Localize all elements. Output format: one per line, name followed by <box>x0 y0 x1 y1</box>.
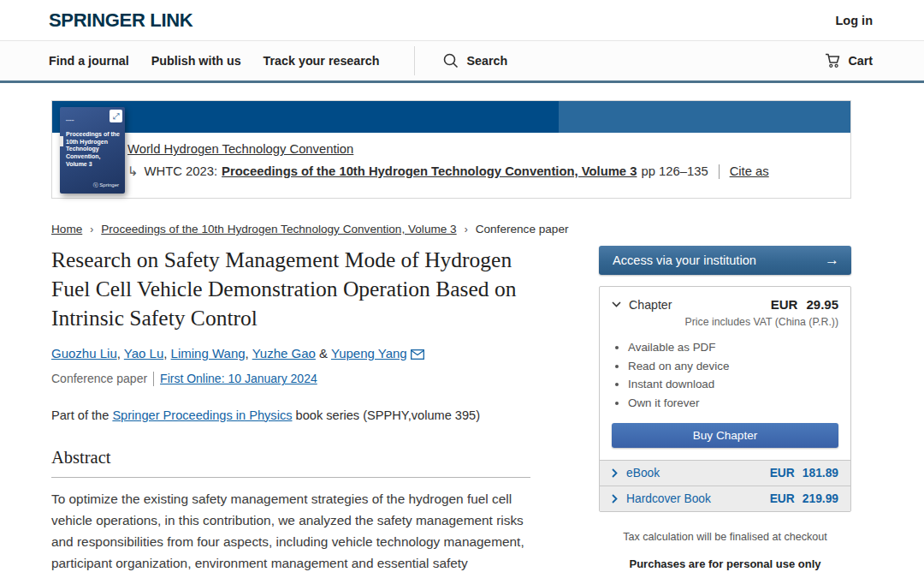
author-link[interactable]: Yao Lu <box>124 346 163 360</box>
cart-button[interactable]: Cart <box>825 53 873 69</box>
page-range: pp 126–135 <box>641 164 708 178</box>
nav-publish-with-us[interactable]: Publish with us <box>151 54 241 68</box>
chapter-price: EUR29.95 <box>771 297 838 312</box>
abstract-text: To optimize the existing safety manageme… <box>51 489 548 572</box>
chapter-label: Chapter <box>629 298 672 312</box>
tax-note: Tax calculation will be finalised at che… <box>599 531 851 543</box>
search-icon <box>442 52 459 69</box>
abstract-heading: Abstract <box>51 448 530 468</box>
hardcover-label: Hardcover Book <box>626 492 711 505</box>
buy-chapter-button[interactable]: Buy Chapter <box>612 423 838 448</box>
cover-publisher: Ⓥ Springer <box>93 182 119 189</box>
author-link[interactable]: Yuzhe Gao <box>252 346 316 360</box>
branch-arrow-icon: ↳ <box>127 164 139 179</box>
purchase-sidebar: Access via your institution → Chapter EU… <box>599 246 851 572</box>
hardcover-accordion-row[interactable]: Hardcover Book EUR219.99 <box>600 486 850 511</box>
breadcrumb-separator: › <box>90 223 93 235</box>
author-link[interactable]: Liming Wang <box>171 346 246 360</box>
chapter-feature: Own it forever <box>628 394 838 413</box>
cart-icon <box>825 53 841 69</box>
main-nav: Find a journal Publish with us Track you… <box>0 41 924 83</box>
chevron-down-icon <box>612 301 621 307</box>
chapter-accordion-header[interactable]: Chapter EUR29.95 <box>612 297 838 312</box>
springer-link-logo: SPRINGER LINK <box>49 9 192 32</box>
chevron-right-icon <box>612 494 618 503</box>
book-cover[interactable]: ▪▪▪▪▪▪ Proceedings of the 10th Hydrogen … <box>60 107 125 194</box>
chapter-features: Available as PDFRead on any deviceInstan… <box>628 338 838 413</box>
ebook-label: eBook <box>626 467 660 480</box>
content-type-label: Conference paper <box>51 372 147 385</box>
nav-find-a-journal[interactable]: Find a journal <box>49 54 129 68</box>
chapter-section: Chapter EUR29.95 Price includes VAT (Chi… <box>600 287 850 460</box>
author-link[interactable]: Guozhu Liu <box>51 346 117 360</box>
conference-abbrev: WHTC 2023: <box>145 164 218 178</box>
cover-title: Proceedings of the 10th Hydrogen Technol… <box>66 131 120 169</box>
breadcrumb-separator: › <box>465 223 468 235</box>
abstract-divider <box>51 477 530 478</box>
pricing-accordion: Chapter EUR29.95 Price includes VAT (Chi… <box>599 286 851 512</box>
breadcrumb-current: Conference paper <box>476 223 569 235</box>
proceedings-link[interactable]: Proceedings of the 10th Hydrogen Technol… <box>222 164 637 178</box>
ebook-accordion-row[interactable]: eBook EUR181.89 <box>600 460 850 486</box>
chapter-feature: Read on any device <box>628 357 838 376</box>
expand-cover-icon[interactable]: ⤢ <box>110 110 122 122</box>
divider <box>153 372 154 386</box>
conference-link[interactable]: World Hydrogen Technology Convention <box>127 142 353 156</box>
arrow-right-icon: → <box>825 252 839 269</box>
author-link[interactable]: Yupeng Yang <box>331 346 407 360</box>
breadcrumb-proceedings[interactable]: Proceedings of the 10th Hydrogen Technol… <box>101 223 456 235</box>
book-banner: ▪▪▪▪▪▪ Proceedings of the 10th Hydrogen … <box>51 100 851 199</box>
breadcrumb-home[interactable]: Home <box>51 223 82 235</box>
vat-note: Price includes VAT (China (P.R.)) <box>612 316 838 328</box>
nav-track-your-research[interactable]: Track your research <box>264 54 380 68</box>
login-link[interactable]: Log in <box>836 14 874 27</box>
series-link[interactable]: Springer Proceedings in Physics <box>112 408 292 422</box>
chapter-feature: Available as PDF <box>628 338 838 357</box>
nav-divider <box>414 46 415 75</box>
chevron-right-icon <box>612 468 618 478</box>
access-institution-button[interactable]: Access via your institution → <box>599 246 851 275</box>
chapter-feature: Instant download <box>628 375 838 394</box>
cart-label: Cart <box>848 54 873 68</box>
personal-use-note: Purchases are for personal use only <box>599 557 851 570</box>
hardcover-price: EUR219.99 <box>770 492 838 505</box>
cite-as-link[interactable]: Cite as <box>730 164 769 178</box>
author-list: Guozhu Liu, Yao Lu, Liming Wang, Yuzhe G… <box>51 346 530 360</box>
book-series-line: Part of the Springer Proceedings in Phys… <box>51 408 530 422</box>
divider <box>719 164 720 179</box>
paper-title: Research on Safety Management Mode of Hy… <box>51 246 520 333</box>
email-icon[interactable] <box>411 349 424 360</box>
site-header: SPRINGER LINK Log in <box>0 0 924 41</box>
banner-color-bar <box>52 101 850 133</box>
search-label: Search <box>467 54 508 68</box>
first-online-link[interactable]: First Online: 10 January 2024 <box>160 372 317 385</box>
breadcrumb: Home › Proceedings of the 10th Hydrogen … <box>51 223 851 235</box>
ebook-price: EUR181.89 <box>770 467 838 480</box>
search-button[interactable]: Search <box>442 52 508 69</box>
